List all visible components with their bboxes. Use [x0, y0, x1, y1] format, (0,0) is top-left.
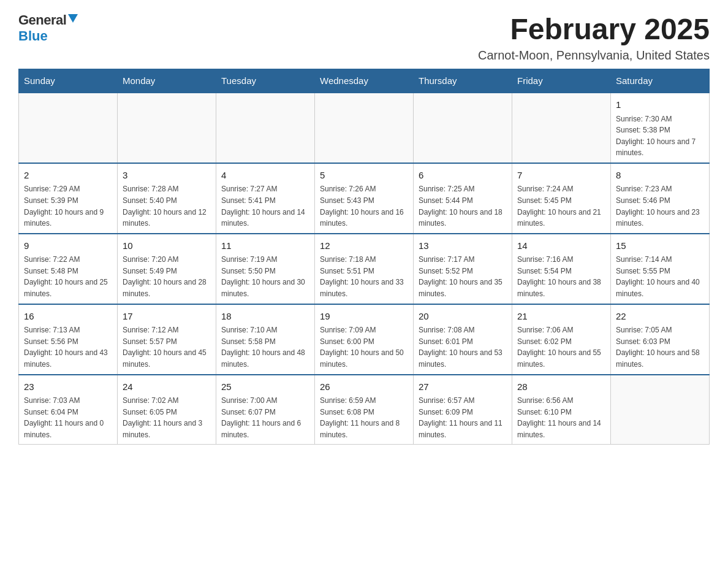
day-number: 12	[320, 239, 408, 253]
day-number: 21	[517, 310, 605, 324]
calendar-cell: 5Sunrise: 7:26 AMSunset: 5:43 PMDaylight…	[315, 163, 414, 234]
day-info: Sunrise: 7:00 AMSunset: 6:07 PMDaylight:…	[221, 395, 309, 440]
calendar-cell: 23Sunrise: 7:03 AMSunset: 6:04 PMDayligh…	[19, 375, 118, 445]
day-info: Sunrise: 7:09 AMSunset: 6:00 PMDaylight:…	[320, 324, 408, 370]
title-block: February 2025 Carnot-Moon, Pennsylvania,…	[478, 12, 710, 63]
calendar-week-1: 1Sunrise: 7:30 AMSunset: 5:38 PMDaylight…	[19, 93, 710, 163]
day-number: 14	[517, 239, 605, 253]
day-info: Sunrise: 7:14 AMSunset: 5:55 PMDaylight:…	[616, 254, 704, 299]
location-subtitle: Carnot-Moon, Pennsylvania, United States	[478, 48, 710, 63]
calendar-cell	[512, 93, 611, 163]
day-number: 10	[123, 239, 211, 253]
calendar-cell: 3Sunrise: 7:28 AMSunset: 5:40 PMDaylight…	[118, 163, 216, 234]
calendar-cell: 20Sunrise: 7:08 AMSunset: 6:01 PMDayligh…	[414, 304, 512, 375]
calendar-cell	[414, 93, 512, 163]
calendar-cell: 10Sunrise: 7:20 AMSunset: 5:49 PMDayligh…	[118, 234, 216, 304]
day-number: 15	[616, 239, 704, 253]
calendar-cell: 22Sunrise: 7:05 AMSunset: 6:03 PMDayligh…	[611, 304, 710, 375]
calendar-week-4: 16Sunrise: 7:13 AMSunset: 5:56 PMDayligh…	[19, 304, 710, 375]
calendar-cell: 27Sunrise: 6:57 AMSunset: 6:09 PMDayligh…	[414, 375, 512, 445]
calendar-cell: 11Sunrise: 7:19 AMSunset: 5:50 PMDayligh…	[216, 234, 315, 304]
calendar-cell: 1Sunrise: 7:30 AMSunset: 5:38 PMDaylight…	[611, 93, 710, 163]
day-number: 4	[221, 169, 309, 183]
day-number: 23	[24, 380, 112, 394]
weekday-header-tuesday: Tuesday	[216, 69, 315, 93]
day-number: 3	[123, 169, 211, 183]
day-number: 11	[221, 239, 309, 253]
logo-blue-text: Blue	[18, 28, 48, 44]
calendar-cell: 17Sunrise: 7:12 AMSunset: 5:57 PMDayligh…	[118, 304, 216, 375]
weekday-header-saturday: Saturday	[611, 69, 710, 93]
calendar-cell: 2Sunrise: 7:29 AMSunset: 5:39 PMDaylight…	[19, 163, 118, 234]
calendar-cell: 8Sunrise: 7:23 AMSunset: 5:46 PMDaylight…	[611, 163, 710, 234]
day-info: Sunrise: 7:30 AMSunset: 5:38 PMDaylight:…	[616, 113, 704, 159]
calendar-cell	[216, 93, 315, 163]
day-info: Sunrise: 7:20 AMSunset: 5:49 PMDaylight:…	[123, 254, 211, 299]
calendar-cell	[118, 93, 216, 163]
day-number: 6	[419, 169, 507, 183]
calendar-cell: 25Sunrise: 7:00 AMSunset: 6:07 PMDayligh…	[216, 375, 315, 445]
day-number: 27	[419, 380, 507, 394]
calendar-cell: 19Sunrise: 7:09 AMSunset: 6:00 PMDayligh…	[315, 304, 414, 375]
day-info: Sunrise: 7:19 AMSunset: 5:50 PMDaylight:…	[221, 254, 309, 299]
day-number: 18	[221, 310, 309, 324]
weekday-header-sunday: Sunday	[19, 69, 118, 93]
day-info: Sunrise: 7:02 AMSunset: 6:05 PMDaylight:…	[123, 395, 211, 440]
logo-triangle-icon	[68, 14, 78, 26]
day-info: Sunrise: 7:10 AMSunset: 5:58 PMDaylight:…	[221, 324, 309, 370]
day-info: Sunrise: 7:29 AMSunset: 5:39 PMDaylight:…	[24, 183, 112, 229]
day-info: Sunrise: 7:26 AMSunset: 5:43 PMDaylight:…	[320, 183, 408, 229]
day-info: Sunrise: 7:24 AMSunset: 5:45 PMDaylight:…	[517, 183, 605, 229]
day-info: Sunrise: 6:59 AMSunset: 6:08 PMDaylight:…	[320, 395, 408, 440]
day-info: Sunrise: 7:27 AMSunset: 5:41 PMDaylight:…	[221, 183, 309, 229]
day-number: 5	[320, 169, 408, 183]
day-info: Sunrise: 7:05 AMSunset: 6:03 PMDaylight:…	[616, 324, 704, 370]
calendar-week-5: 23Sunrise: 7:03 AMSunset: 6:04 PMDayligh…	[19, 375, 710, 445]
day-number: 26	[320, 380, 408, 394]
day-number: 20	[419, 310, 507, 324]
day-number: 24	[123, 380, 211, 394]
day-number: 19	[320, 310, 408, 324]
calendar-table: SundayMondayTuesdayWednesdayThursdayFrid…	[18, 69, 710, 445]
calendar-header: SundayMondayTuesdayWednesdayThursdayFrid…	[19, 69, 710, 93]
calendar-cell: 12Sunrise: 7:18 AMSunset: 5:51 PMDayligh…	[315, 234, 414, 304]
day-info: Sunrise: 7:22 AMSunset: 5:48 PMDaylight:…	[24, 254, 112, 299]
day-number: 9	[24, 239, 112, 253]
calendar-cell	[611, 375, 710, 445]
day-number: 25	[221, 380, 309, 394]
calendar-cell	[315, 93, 414, 163]
calendar-week-2: 2Sunrise: 7:29 AMSunset: 5:39 PMDaylight…	[19, 163, 710, 234]
calendar-cell: 9Sunrise: 7:22 AMSunset: 5:48 PMDaylight…	[19, 234, 118, 304]
day-info: Sunrise: 7:17 AMSunset: 5:52 PMDaylight:…	[419, 254, 507, 299]
weekday-header-thursday: Thursday	[414, 69, 512, 93]
day-info: Sunrise: 7:18 AMSunset: 5:51 PMDaylight:…	[320, 254, 408, 299]
day-number: 13	[419, 239, 507, 253]
day-info: Sunrise: 6:56 AMSunset: 6:10 PMDaylight:…	[517, 395, 605, 440]
calendar-cell: 26Sunrise: 6:59 AMSunset: 6:08 PMDayligh…	[315, 375, 414, 445]
calendar-cell: 28Sunrise: 6:56 AMSunset: 6:10 PMDayligh…	[512, 375, 611, 445]
calendar-cell: 18Sunrise: 7:10 AMSunset: 5:58 PMDayligh…	[216, 304, 315, 375]
calendar-cell: 24Sunrise: 7:02 AMSunset: 6:05 PMDayligh…	[118, 375, 216, 445]
day-info: Sunrise: 7:13 AMSunset: 5:56 PMDaylight:…	[24, 324, 112, 370]
day-info: Sunrise: 7:12 AMSunset: 5:57 PMDaylight:…	[123, 324, 211, 370]
weekday-header-friday: Friday	[512, 69, 611, 93]
calendar-cell	[19, 93, 118, 163]
day-info: Sunrise: 6:57 AMSunset: 6:09 PMDaylight:…	[419, 395, 507, 440]
day-number: 22	[616, 310, 704, 324]
logo-general-text: General	[18, 12, 66, 28]
month-year-title: February 2025	[478, 12, 710, 46]
day-info: Sunrise: 7:03 AMSunset: 6:04 PMDaylight:…	[24, 395, 112, 440]
weekday-header-wednesday: Wednesday	[315, 69, 414, 93]
day-info: Sunrise: 7:28 AMSunset: 5:40 PMDaylight:…	[123, 183, 211, 229]
svg-marker-0	[68, 14, 78, 23]
day-number: 8	[616, 169, 704, 183]
day-info: Sunrise: 7:25 AMSunset: 5:44 PMDaylight:…	[419, 183, 507, 229]
day-number: 7	[517, 169, 605, 183]
day-number: 17	[123, 310, 211, 324]
day-info: Sunrise: 7:23 AMSunset: 5:46 PMDaylight:…	[616, 183, 704, 229]
calendar-cell: 4Sunrise: 7:27 AMSunset: 5:41 PMDaylight…	[216, 163, 315, 234]
calendar-cell: 21Sunrise: 7:06 AMSunset: 6:02 PMDayligh…	[512, 304, 611, 375]
day-number: 2	[24, 169, 112, 183]
calendar-cell: 16Sunrise: 7:13 AMSunset: 5:56 PMDayligh…	[19, 304, 118, 375]
day-number: 28	[517, 380, 605, 394]
